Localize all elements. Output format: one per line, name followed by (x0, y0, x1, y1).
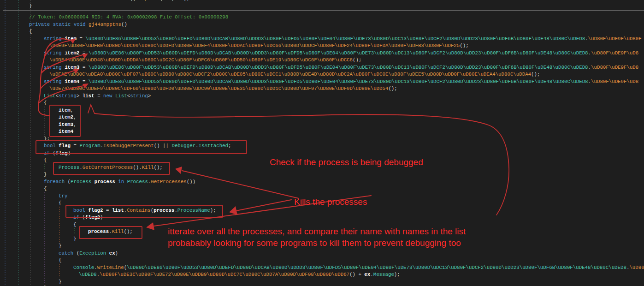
code-line: catch (Exception ex) (59, 250, 118, 256)
code-line: } (44, 172, 47, 178)
code-line: { (59, 257, 61, 263)
code-line: Console.WriteLine(\uD80D\uDE86\uD80F\uDD… (73, 265, 644, 271)
member-separator-line (3, 10, 644, 11)
code-line: { (29, 29, 32, 35)
note-iterate-line2: probabably looking for some programs to … (168, 238, 461, 249)
note-iterate-line1: itterate over all the processes, and com… (168, 226, 466, 237)
code-line: } (73, 236, 76, 242)
code-line: string item3 = \uD80D\uDE86\uD80F\uDD53\… (44, 65, 638, 71)
annotation-box-kill-current-process (53, 162, 170, 175)
code-line: // Token: 0x06000004 RID: 4 RVA: 0x00002… (29, 14, 228, 20)
code-line: } (59, 243, 61, 249)
code-line: { (73, 222, 76, 228)
decompiler-code-view[interactable]: return Path.GetRandomFileName().Replace(… (0, 0, 644, 286)
code-line: foreach (Process process in Process.GetP… (44, 179, 195, 185)
arrow-line-to-flag2-box (236, 200, 291, 211)
code-line: } (59, 279, 61, 285)
code-line: { (44, 157, 47, 163)
code-line: string item = \uD80D\uDE86\uD80F\uDD53\u… (44, 36, 642, 42)
code-line: List<string> list = new List<string> (44, 93, 151, 99)
code-line: string item2 = \uD80D\uDE86\uD80F\uDD53\… (44, 50, 638, 56)
annotation-box-list-items (49, 105, 81, 137)
code-line: { (44, 100, 47, 106)
arrowhead-process-kill-box (146, 222, 154, 230)
annotation-box-process-kill (79, 226, 142, 239)
code-line: } (29, 3, 32, 9)
code-line: \uDE9F\uD80F\uDFB0\uD80D\uDC99\uD80C\uDD… (49, 43, 469, 49)
arrowhead-flag2-box (229, 206, 237, 215)
code-line: string item4 = \uD80D\uDE86\uD80F\uDD53\… (44, 79, 638, 85)
arrow-line-to-kill-box (182, 171, 299, 198)
annotation-box-debugger-check (35, 140, 247, 154)
code-line: private static void gj44ampptns() (29, 22, 127, 28)
code-line: { (59, 200, 61, 206)
note-kills-processes: Kills the processes (294, 197, 367, 208)
annotation-box-list-contains (65, 205, 223, 218)
note-check-debug: Check if the process is being debugged (270, 157, 423, 168)
code-line: \uDE74\uD80C\uDEF9\uD80C\uDF60\uD80D\uDF… (49, 86, 397, 92)
code-line: \uDDF4\uD80E\uDD48\uD80D\uDDDA\uD80C\uDC… (49, 57, 361, 63)
code-line: \uDFAE\uD80C\uDEA0\uD80C\uDF07\uD80C\uDD… (49, 72, 540, 77)
code-line: return Path.GetRandomFileName().Replace(… (44, 0, 189, 2)
code-line: \uDED8.\uD80F\uDE3C\uD80F\uDE72\uD80E\uD… (79, 272, 400, 278)
code-line: { (44, 186, 47, 192)
code-line: try (59, 193, 67, 199)
arrowhead-kill-box (175, 167, 182, 174)
